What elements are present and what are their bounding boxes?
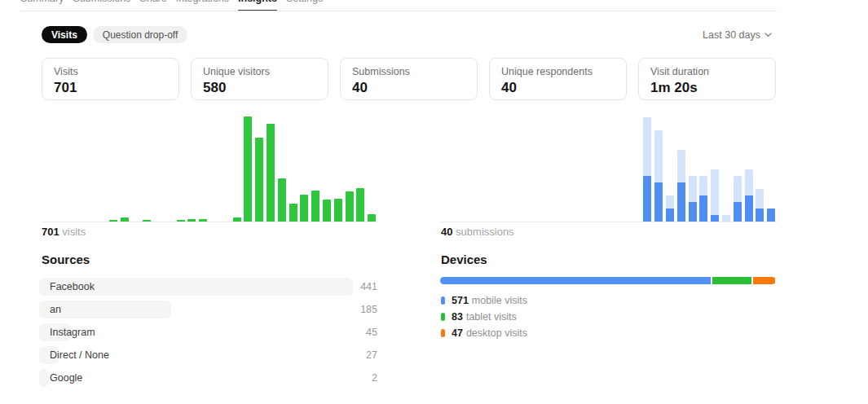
submissions-segment bbox=[756, 209, 764, 222]
submissions-bar-day-28[interactable] bbox=[756, 189, 764, 222]
device-label: mobile visits bbox=[472, 295, 527, 306]
visits-bar-day-27[interactable] bbox=[346, 191, 354, 222]
visits-bar-day-28[interactable] bbox=[356, 188, 364, 222]
visits-bar-day-20[interactable] bbox=[267, 124, 275, 222]
submissions-bar-day-18[interactable] bbox=[643, 117, 651, 222]
stat-label: Unique respondents bbox=[501, 65, 615, 78]
submissions-bar-day-19[interactable] bbox=[654, 130, 663, 222]
visits-bar-day-14[interactable] bbox=[199, 219, 207, 222]
submissions-bar-day-27[interactable] bbox=[745, 169, 753, 222]
submissions-segment bbox=[666, 209, 674, 222]
stat-cards-row: Visits 701 Unique visitors 580 Submissio… bbox=[42, 58, 776, 100]
devices-section-title: Devices bbox=[441, 253, 487, 266]
submissions-bar-day-29[interactable] bbox=[767, 209, 775, 222]
source-count: 2 bbox=[372, 369, 377, 387]
visits-bar-day-12[interactable] bbox=[177, 220, 185, 222]
source-count: 185 bbox=[360, 301, 377, 318]
submissions-bar-day-26[interactable] bbox=[734, 176, 742, 222]
devices-stacked-bar bbox=[440, 277, 776, 284]
source-count: 441 bbox=[360, 278, 377, 296]
sources-section-title: Sources bbox=[42, 253, 90, 266]
visits-bar-day-18[interactable] bbox=[244, 116, 252, 222]
visits-bar-day-6[interactable] bbox=[109, 220, 117, 222]
tablet-dot-icon bbox=[441, 313, 445, 321]
visits-bar-day-19[interactable] bbox=[255, 138, 263, 222]
view-toggle: Visits Question drop-off bbox=[42, 26, 776, 43]
visits-bar-day-13[interactable] bbox=[187, 219, 196, 222]
visits-pill[interactable]: Visits bbox=[42, 26, 87, 43]
nav-tab-share[interactable]: Share bbox=[139, 0, 166, 11]
stat-label: Unique visitors bbox=[203, 65, 316, 78]
nav-tab-insights[interactable]: Insights bbox=[238, 0, 277, 11]
nav-tab-integrations[interactable]: Integrations bbox=[176, 0, 229, 11]
device-segment-tablet bbox=[712, 277, 751, 284]
desktop-dot-icon bbox=[441, 329, 445, 337]
submissions-bar-day-24[interactable] bbox=[711, 169, 719, 222]
question-dropoff-pill[interactable]: Question drop-off bbox=[93, 26, 188, 43]
stat-label: Visits bbox=[54, 65, 167, 78]
device-legend-row-mobile: 571mobile visits bbox=[441, 295, 527, 306]
device-legend-row-tablet: 83tablet visits bbox=[441, 311, 527, 323]
nav-tab-summary[interactable]: Summary bbox=[20, 0, 64, 11]
source-row-an: an185 bbox=[42, 301, 377, 318]
visits-bar-day-7[interactable] bbox=[121, 217, 129, 222]
stat-card-unique-visitors: Unique visitors 580 bbox=[191, 58, 328, 100]
source-label: Facebook bbox=[50, 278, 95, 296]
source-row-direct-none: Direct / None27 bbox=[42, 346, 377, 364]
stat-value: 580 bbox=[203, 78, 316, 98]
submissions-bar-day-22[interactable] bbox=[689, 176, 697, 222]
source-row-facebook: Facebook441 bbox=[42, 278, 377, 296]
source-proportion-bar bbox=[39, 369, 48, 387]
submissions-count-label: submissions bbox=[456, 226, 514, 238]
chevron-down-icon bbox=[764, 33, 772, 37]
visits-bar-day-25[interactable] bbox=[323, 200, 331, 222]
stat-value: 40 bbox=[352, 78, 465, 98]
submissions-chart-summary: 40 submissions bbox=[441, 226, 514, 238]
stat-card-unique-respondents: Unique respondents 40 bbox=[489, 58, 627, 100]
device-label: tablet visits bbox=[466, 311, 517, 323]
source-count: 27 bbox=[366, 346, 377, 364]
stat-label: Submissions bbox=[352, 65, 465, 78]
form-nav-tabs: SummarySubmissionsShareIntegrationsInsig… bbox=[20, 0, 323, 11]
sources-list: Facebook441an185Instagram45Direct / None… bbox=[42, 278, 377, 392]
date-range-dropdown[interactable]: Last 30 days bbox=[703, 29, 772, 41]
total-segment bbox=[722, 215, 730, 222]
stat-label: Visit duration bbox=[650, 65, 764, 78]
submissions-bar-day-21[interactable] bbox=[677, 150, 685, 222]
visits-bar-day-22[interactable] bbox=[289, 204, 297, 222]
visits-chart-summary: 701 visits bbox=[42, 226, 86, 238]
submissions-bar-day-23[interactable] bbox=[699, 176, 707, 222]
submissions-count: 40 bbox=[441, 226, 452, 238]
submissions-bar-day-25[interactable] bbox=[722, 215, 730, 222]
submissions-segment bbox=[745, 195, 753, 222]
visits-bar-day-17[interactable] bbox=[233, 217, 241, 222]
submissions-segment bbox=[643, 176, 651, 222]
source-label: Google bbox=[50, 369, 82, 387]
insights-page: SummarySubmissionsShareIntegrationsInsig… bbox=[0, 0, 868, 404]
visits-bar-day-23[interactable] bbox=[300, 195, 308, 222]
total-segment bbox=[711, 169, 719, 222]
visits-bar-day-26[interactable] bbox=[334, 199, 342, 222]
submissions-segment bbox=[699, 195, 707, 222]
stat-card-submissions: Submissions 40 bbox=[340, 58, 478, 100]
submissions-bar-day-20[interactable] bbox=[666, 195, 674, 222]
visits-bar-day-9[interactable] bbox=[143, 220, 151, 222]
source-label: Instagram bbox=[50, 323, 95, 341]
stat-value: 1m 20s bbox=[650, 78, 764, 98]
stat-value: 40 bbox=[501, 78, 615, 98]
stat-card-visits: Visits 701 bbox=[42, 58, 179, 100]
source-row-instagram: Instagram45 bbox=[42, 323, 377, 341]
device-segment-mobile bbox=[440, 277, 711, 284]
submissions-segment bbox=[767, 209, 775, 222]
source-row-google: Google2 bbox=[42, 369, 377, 387]
visits-bar-day-24[interactable] bbox=[311, 191, 319, 222]
source-count: 45 bbox=[366, 323, 377, 341]
stat-value: 701 bbox=[54, 78, 167, 98]
stat-card-visit-duration: Visit duration 1m 20s bbox=[638, 58, 776, 100]
visits-bar-day-21[interactable] bbox=[278, 178, 286, 222]
device-label: desktop visits bbox=[466, 327, 527, 339]
nav-tab-settings[interactable]: Settings bbox=[286, 0, 323, 11]
nav-tab-submissions[interactable]: Submissions bbox=[73, 0, 130, 11]
visits-bar-day-29[interactable] bbox=[368, 214, 376, 222]
source-label: Direct / None bbox=[50, 346, 109, 364]
